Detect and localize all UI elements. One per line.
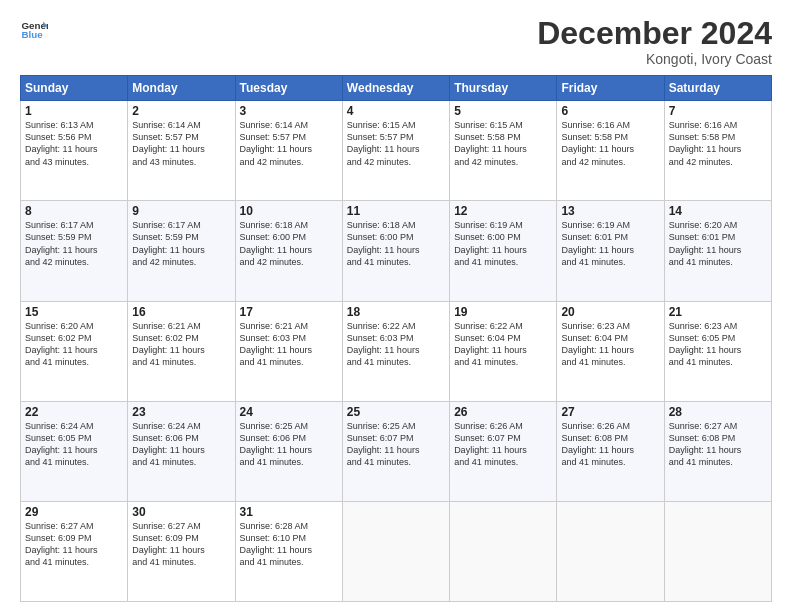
calendar-week-row: 15Sunrise: 6:20 AM Sunset: 6:02 PM Dayli… [21,301,772,401]
logo-icon: General Blue [20,16,48,44]
day-number: 12 [454,204,552,218]
calendar-week-row: 1Sunrise: 6:13 AM Sunset: 5:56 PM Daylig… [21,101,772,201]
day-sun-info: Sunrise: 6:27 AM Sunset: 6:09 PM Dayligh… [132,520,230,569]
calendar-day-cell: 21Sunrise: 6:23 AM Sunset: 6:05 PM Dayli… [664,301,771,401]
location: Kongoti, Ivory Coast [537,51,772,67]
day-sun-info: Sunrise: 6:27 AM Sunset: 6:08 PM Dayligh… [669,420,767,469]
calendar-day-cell: 2Sunrise: 6:14 AM Sunset: 5:57 PM Daylig… [128,101,235,201]
day-number: 15 [25,305,123,319]
day-sun-info: Sunrise: 6:16 AM Sunset: 5:58 PM Dayligh… [561,119,659,168]
weekday-header-row: SundayMondayTuesdayWednesdayThursdayFrid… [21,76,772,101]
weekday-header-friday: Friday [557,76,664,101]
calendar-day-cell: 20Sunrise: 6:23 AM Sunset: 6:04 PM Dayli… [557,301,664,401]
calendar-day-cell: 31Sunrise: 6:28 AM Sunset: 6:10 PM Dayli… [235,501,342,601]
calendar-week-row: 8Sunrise: 6:17 AM Sunset: 5:59 PM Daylig… [21,201,772,301]
day-sun-info: Sunrise: 6:25 AM Sunset: 6:07 PM Dayligh… [347,420,445,469]
calendar-day-cell: 1Sunrise: 6:13 AM Sunset: 5:56 PM Daylig… [21,101,128,201]
svg-text:Blue: Blue [21,29,43,40]
month-title: December 2024 [537,16,772,51]
day-sun-info: Sunrise: 6:20 AM Sunset: 6:02 PM Dayligh… [25,320,123,369]
day-number: 17 [240,305,338,319]
calendar-day-cell: 27Sunrise: 6:26 AM Sunset: 6:08 PM Dayli… [557,401,664,501]
day-number: 2 [132,104,230,118]
day-sun-info: Sunrise: 6:25 AM Sunset: 6:06 PM Dayligh… [240,420,338,469]
day-sun-info: Sunrise: 6:21 AM Sunset: 6:03 PM Dayligh… [240,320,338,369]
calendar-day-cell: 19Sunrise: 6:22 AM Sunset: 6:04 PM Dayli… [450,301,557,401]
day-number: 25 [347,405,445,419]
calendar-table: SundayMondayTuesdayWednesdayThursdayFrid… [20,75,772,602]
day-number: 14 [669,204,767,218]
weekday-header-wednesday: Wednesday [342,76,449,101]
day-sun-info: Sunrise: 6:19 AM Sunset: 6:01 PM Dayligh… [561,219,659,268]
calendar-day-cell: 22Sunrise: 6:24 AM Sunset: 6:05 PM Dayli… [21,401,128,501]
day-sun-info: Sunrise: 6:16 AM Sunset: 5:58 PM Dayligh… [669,119,767,168]
calendar-week-row: 22Sunrise: 6:24 AM Sunset: 6:05 PM Dayli… [21,401,772,501]
day-number: 26 [454,405,552,419]
day-sun-info: Sunrise: 6:15 AM Sunset: 5:58 PM Dayligh… [454,119,552,168]
calendar-day-cell: 4Sunrise: 6:15 AM Sunset: 5:57 PM Daylig… [342,101,449,201]
calendar-day-cell: 7Sunrise: 6:16 AM Sunset: 5:58 PM Daylig… [664,101,771,201]
day-number: 21 [669,305,767,319]
day-number: 1 [25,104,123,118]
day-sun-info: Sunrise: 6:19 AM Sunset: 6:00 PM Dayligh… [454,219,552,268]
day-sun-info: Sunrise: 6:14 AM Sunset: 5:57 PM Dayligh… [132,119,230,168]
day-number: 31 [240,505,338,519]
day-sun-info: Sunrise: 6:13 AM Sunset: 5:56 PM Dayligh… [25,119,123,168]
page: General Blue December 2024 Kongoti, Ivor… [0,0,792,612]
calendar-day-cell: 5Sunrise: 6:15 AM Sunset: 5:58 PM Daylig… [450,101,557,201]
day-number: 22 [25,405,123,419]
day-number: 13 [561,204,659,218]
logo: General Blue [20,16,48,44]
empty-day-cell [342,501,449,601]
day-sun-info: Sunrise: 6:23 AM Sunset: 6:05 PM Dayligh… [669,320,767,369]
day-number: 30 [132,505,230,519]
empty-day-cell [664,501,771,601]
day-sun-info: Sunrise: 6:22 AM Sunset: 6:03 PM Dayligh… [347,320,445,369]
day-number: 29 [25,505,123,519]
calendar-day-cell: 29Sunrise: 6:27 AM Sunset: 6:09 PM Dayli… [21,501,128,601]
calendar-day-cell: 24Sunrise: 6:25 AM Sunset: 6:06 PM Dayli… [235,401,342,501]
day-sun-info: Sunrise: 6:24 AM Sunset: 6:05 PM Dayligh… [25,420,123,469]
weekday-header-sunday: Sunday [21,76,128,101]
calendar-day-cell: 16Sunrise: 6:21 AM Sunset: 6:02 PM Dayli… [128,301,235,401]
calendar-day-cell: 26Sunrise: 6:26 AM Sunset: 6:07 PM Dayli… [450,401,557,501]
calendar-day-cell: 13Sunrise: 6:19 AM Sunset: 6:01 PM Dayli… [557,201,664,301]
day-sun-info: Sunrise: 6:17 AM Sunset: 5:59 PM Dayligh… [132,219,230,268]
day-sun-info: Sunrise: 6:26 AM Sunset: 6:07 PM Dayligh… [454,420,552,469]
calendar-day-cell: 10Sunrise: 6:18 AM Sunset: 6:00 PM Dayli… [235,201,342,301]
day-number: 11 [347,204,445,218]
day-sun-info: Sunrise: 6:18 AM Sunset: 6:00 PM Dayligh… [347,219,445,268]
day-sun-info: Sunrise: 6:18 AM Sunset: 6:00 PM Dayligh… [240,219,338,268]
empty-day-cell [557,501,664,601]
calendar-day-cell: 11Sunrise: 6:18 AM Sunset: 6:00 PM Dayli… [342,201,449,301]
day-sun-info: Sunrise: 6:17 AM Sunset: 5:59 PM Dayligh… [25,219,123,268]
calendar-day-cell: 6Sunrise: 6:16 AM Sunset: 5:58 PM Daylig… [557,101,664,201]
weekday-header-monday: Monday [128,76,235,101]
day-number: 16 [132,305,230,319]
day-number: 24 [240,405,338,419]
day-number: 4 [347,104,445,118]
day-number: 5 [454,104,552,118]
calendar-day-cell: 30Sunrise: 6:27 AM Sunset: 6:09 PM Dayli… [128,501,235,601]
calendar-day-cell: 23Sunrise: 6:24 AM Sunset: 6:06 PM Dayli… [128,401,235,501]
day-number: 19 [454,305,552,319]
day-number: 27 [561,405,659,419]
weekday-header-saturday: Saturday [664,76,771,101]
day-sun-info: Sunrise: 6:20 AM Sunset: 6:01 PM Dayligh… [669,219,767,268]
day-number: 28 [669,405,767,419]
empty-day-cell [450,501,557,601]
header: General Blue December 2024 Kongoti, Ivor… [20,16,772,67]
day-sun-info: Sunrise: 6:28 AM Sunset: 6:10 PM Dayligh… [240,520,338,569]
calendar-day-cell: 15Sunrise: 6:20 AM Sunset: 6:02 PM Dayli… [21,301,128,401]
calendar-day-cell: 14Sunrise: 6:20 AM Sunset: 6:01 PM Dayli… [664,201,771,301]
day-sun-info: Sunrise: 6:14 AM Sunset: 5:57 PM Dayligh… [240,119,338,168]
calendar-day-cell: 8Sunrise: 6:17 AM Sunset: 5:59 PM Daylig… [21,201,128,301]
calendar-day-cell: 18Sunrise: 6:22 AM Sunset: 6:03 PM Dayli… [342,301,449,401]
day-number: 20 [561,305,659,319]
calendar-week-row: 29Sunrise: 6:27 AM Sunset: 6:09 PM Dayli… [21,501,772,601]
day-number: 9 [132,204,230,218]
calendar-day-cell: 12Sunrise: 6:19 AM Sunset: 6:00 PM Dayli… [450,201,557,301]
day-sun-info: Sunrise: 6:23 AM Sunset: 6:04 PM Dayligh… [561,320,659,369]
day-number: 18 [347,305,445,319]
day-number: 8 [25,204,123,218]
